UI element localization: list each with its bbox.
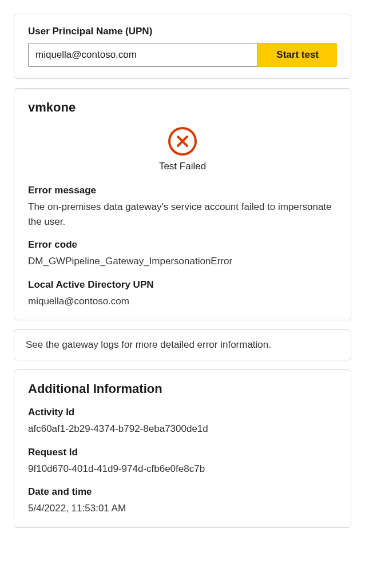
result-card: vmkone Test Failed Error message The on-…: [14, 88, 351, 320]
additional-info-card: Additional Information Activity Id afc60…: [14, 370, 351, 528]
local-ad-upn-value: miquella@contoso.com: [28, 294, 337, 309]
additional-info-title: Additional Information: [28, 382, 337, 396]
status-block: Test Failed: [28, 126, 337, 172]
activity-id-label: Activity Id: [28, 407, 337, 418]
status-text: Test Failed: [159, 161, 206, 172]
upn-input-row: Start test: [28, 43, 337, 67]
request-id-value: 9f10d670-401d-41d9-974d-cfb6e0fe8c7b: [28, 462, 337, 476]
datetime-label: Date and time: [28, 486, 337, 498]
datetime-value: 5/4/2022, 11:53:01 AM: [28, 501, 337, 516]
hint-text: See the gateway logs for more detailed e…: [26, 339, 271, 350]
request-id-label: Request Id: [28, 447, 337, 458]
upn-card: User Principal Name (UPN) Start test: [14, 14, 351, 79]
upn-input[interactable]: [28, 43, 258, 67]
upn-label: User Principal Name (UPN): [28, 26, 337, 37]
error-icon: [168, 126, 197, 156]
error-message-value: The on-premises data gateway's service a…: [28, 200, 337, 229]
error-code-value: DM_GWPipeline_Gateway_ImpersonationError: [28, 254, 337, 269]
result-hostname: vmkone: [28, 100, 337, 115]
activity-id-value: afc60af1-2b29-4374-b792-8eba7300de1d: [28, 422, 337, 436]
local-ad-upn-label: Local Active Directory UPN: [28, 279, 337, 291]
error-code-label: Error code: [28, 239, 337, 251]
start-test-button[interactable]: Start test: [258, 43, 337, 67]
error-message-label: Error message: [28, 185, 337, 196]
hint-card: See the gateway logs for more detailed e…: [14, 329, 351, 360]
